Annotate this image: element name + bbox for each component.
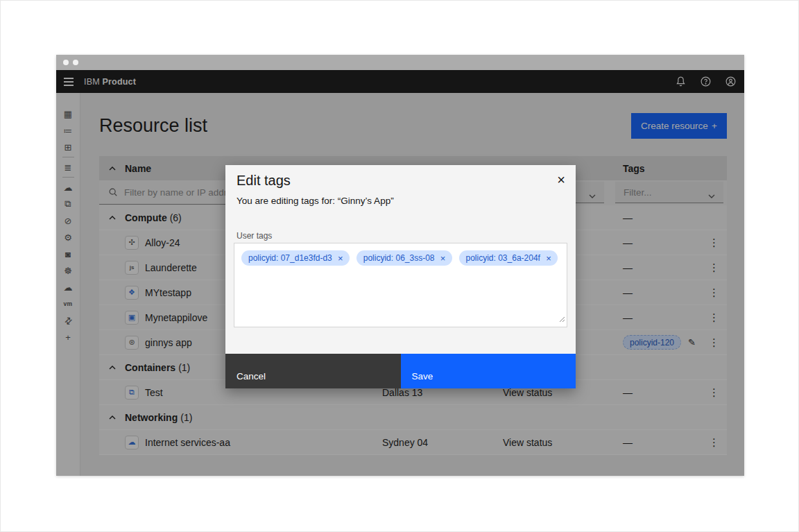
kebab-menu-icon[interactable]: ⋮ bbox=[709, 261, 719, 274]
stack-icon[interactable]: ≣ bbox=[56, 159, 80, 175]
tags-column-header[interactable]: Tags bbox=[611, 163, 701, 174]
group-row-networking[interactable]: Networking(1) bbox=[99, 405, 727, 430]
group-count: (6) bbox=[170, 212, 182, 223]
kebab-menu-icon[interactable]: ⋮ bbox=[709, 237, 719, 249]
nav-divider bbox=[62, 177, 74, 178]
container-icon[interactable]: ◙ bbox=[56, 246, 80, 262]
left-nav: ▦ ≔ ⊞ ≣ ☁ ⧉ ⊘ ⚙ ◙ ☸ ☁ vm ⇄ + bbox=[56, 93, 80, 476]
table-row[interactable]: ☁Internet services-aa Sydney 04 View sta… bbox=[99, 430, 727, 455]
catalog-icon[interactable]: ⊞ bbox=[56, 139, 80, 155]
tags-value: — bbox=[611, 287, 701, 298]
screenshot-stage: IBM Product bbox=[0, 0, 799, 532]
resize-handle-icon[interactable] bbox=[558, 313, 565, 325]
tag-filter-placeholder: Filter... bbox=[615, 187, 652, 198]
modal-title: Edit tags bbox=[237, 173, 291, 189]
tags-textarea[interactable]: policyid: 07_d1e3fd-d3 × policyid: 06_3s… bbox=[234, 243, 567, 327]
kebab-menu-icon[interactable]: ⋮ bbox=[709, 311, 719, 324]
brand: IBM Product bbox=[84, 77, 136, 87]
collapse-all-chevron-icon[interactable] bbox=[99, 166, 125, 171]
resource-name: Launderette bbox=[145, 262, 197, 273]
tags-value: — bbox=[611, 312, 701, 323]
resource-name: Test bbox=[145, 387, 163, 398]
nav-divider bbox=[62, 157, 74, 157]
kebab-menu-icon[interactable]: ⋮ bbox=[709, 286, 719, 299]
group-label: Compute bbox=[125, 212, 167, 223]
header-actions bbox=[673, 75, 744, 89]
close-icon[interactable]: × bbox=[549, 168, 573, 191]
window-titlebar bbox=[56, 55, 744, 70]
app-icon: ▣ bbox=[125, 311, 139, 325]
tag-chip[interactable]: policyid-120 bbox=[623, 335, 681, 350]
app-icon: js bbox=[125, 261, 139, 275]
list-icon[interactable]: ≔ bbox=[56, 122, 80, 139]
tags-value: — bbox=[611, 262, 701, 273]
dashboard-icon[interactable]: ▦ bbox=[56, 105, 80, 122]
tags-value: — bbox=[611, 237, 701, 248]
group-count: (1) bbox=[180, 412, 192, 423]
notifications-bell-icon[interactable] bbox=[673, 75, 687, 89]
app-icon: ⊛ bbox=[125, 336, 139, 350]
tag-chip-label: policyid: 06_3ss-08 bbox=[363, 253, 435, 263]
resource-name: ginnys app bbox=[145, 337, 192, 348]
search-icon bbox=[108, 187, 118, 197]
modal-subtitle: You are editing tags for: “Ginny’s App” bbox=[237, 196, 394, 206]
cloud-icon[interactable]: ☁ bbox=[56, 279, 80, 295]
kebab-menu-icon[interactable]: ⋮ bbox=[709, 336, 719, 349]
chevron-down-icon bbox=[588, 189, 596, 202]
window-control-dot[interactable] bbox=[73, 60, 78, 65]
edit-tags-modal: Edit tags × You are editing tags for: “G… bbox=[225, 165, 576, 388]
status-link[interactable]: View status bbox=[491, 437, 611, 448]
app-icon: ☁ bbox=[125, 436, 139, 449]
plus-icon: + bbox=[712, 121, 717, 131]
chevron-down-icon bbox=[707, 189, 716, 202]
location-value: Sydney 04 bbox=[370, 437, 491, 448]
group-label: Networking bbox=[125, 412, 178, 423]
window-control-dot[interactable] bbox=[63, 60, 69, 65]
tag-chip-list: policyid: 07_d1e3fd-d3 × policyid: 06_3s… bbox=[234, 243, 567, 273]
tag-remove-icon[interactable]: × bbox=[437, 252, 449, 264]
brand-prefix: IBM bbox=[84, 77, 100, 87]
create-resource-button[interactable]: Create resource + bbox=[631, 113, 727, 139]
account-avatar-icon[interactable] bbox=[723, 75, 737, 89]
group-label: Containers bbox=[125, 362, 175, 373]
tag-remove-icon[interactable]: × bbox=[542, 252, 555, 264]
tag-filter-dropdown[interactable]: Filter... bbox=[615, 182, 723, 203]
tag-remove-icon[interactable]: × bbox=[334, 252, 347, 264]
app-icon: ✣ bbox=[125, 236, 139, 250]
tag-chip: policyid: 06_3ss-08 × bbox=[356, 250, 452, 266]
tags-value: — bbox=[611, 387, 701, 398]
kebab-menu-icon[interactable]: ⋮ bbox=[709, 436, 719, 449]
save-button[interactable]: Save bbox=[401, 354, 576, 388]
modal-footer: Cancel Save bbox=[225, 354, 576, 388]
cloud-upload-icon[interactable]: ☁ bbox=[56, 179, 80, 196]
resource-name: Alloy-24 bbox=[145, 237, 180, 248]
resource-name: Internet services-aa bbox=[145, 437, 230, 448]
kebab-menu-icon[interactable]: ⋮ bbox=[709, 386, 719, 399]
tags-value: — bbox=[611, 212, 701, 223]
group-count: (1) bbox=[178, 362, 190, 373]
instances-icon[interactable]: ⧉ bbox=[56, 196, 80, 212]
services-icon[interactable]: ☸ bbox=[56, 262, 80, 279]
tags-value: — bbox=[611, 437, 701, 448]
tag-chip-label: policyid: 07_d1e3fd-d3 bbox=[248, 253, 332, 263]
chevron-up-icon[interactable] bbox=[99, 215, 125, 221]
app-header: IBM Product bbox=[56, 70, 744, 93]
tag-chip-label: policyid: 03_6a-204f bbox=[466, 253, 540, 263]
resource-name: MYtestapp bbox=[145, 287, 191, 298]
menu-icon[interactable] bbox=[56, 70, 80, 93]
cancel-button[interactable]: Cancel bbox=[225, 354, 401, 388]
app-icon: ❖ bbox=[125, 286, 139, 300]
app-icon: ⧉ bbox=[125, 386, 139, 400]
user-tags-label: User tags bbox=[237, 231, 272, 241]
tag-chip: policyid: 03_6a-204f × bbox=[459, 250, 558, 266]
functions-icon[interactable]: ⊘ bbox=[56, 212, 80, 229]
tag-chip: policyid: 07_d1e3fd-d3 × bbox=[241, 250, 350, 266]
gear-icon[interactable]: ⚙ bbox=[56, 229, 80, 246]
brand-product: Product bbox=[103, 77, 137, 87]
resource-name: Mynetappilove bbox=[145, 312, 207, 323]
chevron-up-icon[interactable] bbox=[99, 415, 125, 420]
help-icon[interactable] bbox=[698, 75, 712, 89]
page-title: Resource list bbox=[99, 115, 207, 137]
edit-tags-pencil-icon[interactable]: ✎ bbox=[688, 337, 696, 347]
chevron-up-icon[interactable] bbox=[99, 365, 125, 370]
